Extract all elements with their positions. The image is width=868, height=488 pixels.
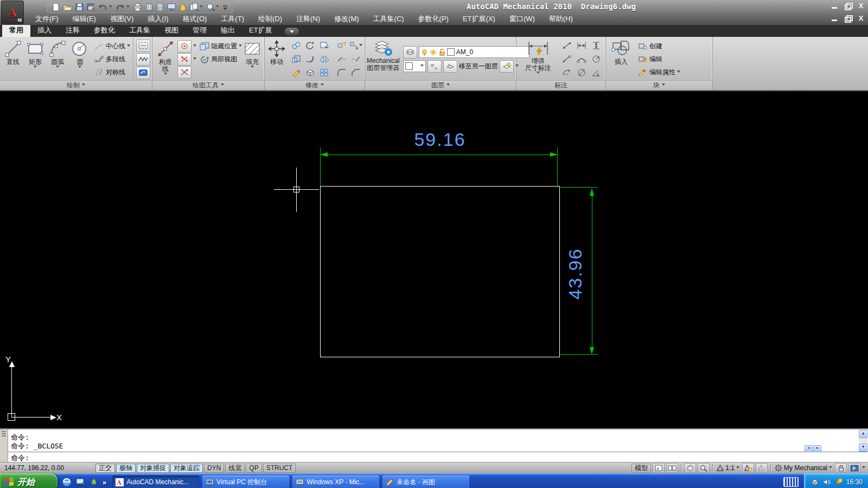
command-scroll-left-button[interactable]: ◄ xyxy=(805,445,813,452)
annotation-visibility-button[interactable] xyxy=(742,463,754,473)
status-more-dropdown-icon[interactable] xyxy=(862,466,865,470)
circle-button[interactable]: 圆 xyxy=(69,38,91,80)
app-menu-button[interactable]: A M xyxy=(1,1,24,24)
modify-extra-dropdown-icon[interactable] xyxy=(359,44,362,48)
pan-button[interactable] xyxy=(684,463,696,473)
command-input-line[interactable]: 命令: xyxy=(11,453,29,463)
match-layer-button[interactable] xyxy=(427,60,442,73)
internet-explorer-icon[interactable] xyxy=(62,477,72,487)
partial-view-button[interactable]: H 局部视图 xyxy=(200,54,242,65)
toolbar-lock-button[interactable] xyxy=(835,463,847,473)
undo-dropdown-icon[interactable] xyxy=(109,5,112,9)
copy-button[interactable] xyxy=(289,39,303,53)
power-dimension-button[interactable]: 增强 尺寸标注 xyxy=(518,38,558,80)
ribbon-tab-annotate[interactable]: 注释 xyxy=(59,24,87,37)
drawn-rectangle[interactable] xyxy=(320,186,560,357)
move-to-other-layer-button[interactable]: 移至另一图层 xyxy=(459,62,498,71)
layer-thaw-icon[interactable] xyxy=(430,49,437,56)
toggle-osnap[interactable]: 对象捕捉 xyxy=(137,464,169,473)
menu-annotate[interactable]: 注释(N) xyxy=(289,13,327,25)
menu-insert[interactable]: 插入(I) xyxy=(141,13,175,25)
modify-extra-1-button[interactable] xyxy=(335,39,349,53)
extend-button[interactable] xyxy=(349,53,363,66)
array-button[interactable] xyxy=(317,66,331,80)
dim-arc-button[interactable] xyxy=(575,53,589,66)
rectangle-button[interactable]: 矩形 xyxy=(24,38,46,80)
chamfer-button[interactable] xyxy=(349,66,363,80)
insert-block-button[interactable]: 插入 xyxy=(608,38,635,80)
taskbar-clock[interactable]: 16:30 xyxy=(846,478,863,486)
rotate-button[interactable] xyxy=(303,39,317,53)
quick-view-drawings-button[interactable] xyxy=(666,463,678,473)
construction-line-button[interactable]: 构造 线 xyxy=(154,38,176,80)
menu-modify[interactable]: 修改(M) xyxy=(327,13,366,25)
hatch-dropdown-icon[interactable] xyxy=(251,66,254,69)
qat-icon-8[interactable] xyxy=(145,3,153,11)
detail-view-button[interactable] xyxy=(136,67,150,79)
save-as-icon[interactable] xyxy=(87,3,95,11)
menu-edit[interactable]: 编辑(E) xyxy=(66,13,103,25)
command-window-grip[interactable] xyxy=(0,429,8,462)
dim-aligned-button[interactable] xyxy=(560,39,574,53)
move-button[interactable]: 移动 xyxy=(266,38,287,80)
circle-dropdown-icon[interactable] xyxy=(78,66,81,69)
close-button[interactable]: X xyxy=(857,3,865,9)
dim-baseline-button[interactable] xyxy=(560,53,574,66)
color-select-combo[interactable] xyxy=(403,60,426,72)
menu-window[interactable]: 窗口(W) xyxy=(502,13,542,25)
dim-linear-button[interactable] xyxy=(575,39,589,53)
zigzag-line-button[interactable] xyxy=(136,53,150,66)
ribbon-tab-et[interactable]: ET扩展 xyxy=(242,24,279,37)
open-file-icon[interactable] xyxy=(63,3,72,11)
section-line-button[interactable] xyxy=(136,40,150,52)
zoom-button[interactable] xyxy=(698,463,710,473)
centerline-dropdown-icon[interactable] xyxy=(127,44,130,48)
redo-dropdown-icon[interactable] xyxy=(126,5,130,9)
trim-button[interactable] xyxy=(335,53,349,66)
workspace-switcher[interactable]: My Mechanical xyxy=(774,464,833,472)
menu-file[interactable]: 文件(F) xyxy=(28,13,66,25)
coordinates-readout[interactable]: 144.77, 196.22, 0.00 xyxy=(0,464,95,472)
layer-on-icon[interactable] xyxy=(421,49,428,56)
taskbar-task-windowsxp[interactable]: Windows XP - Mic... xyxy=(292,476,379,488)
ribbon-tab-home[interactable]: 常用 xyxy=(2,24,30,37)
menu-draw[interactable]: 绘制(D) xyxy=(251,13,289,25)
toggle-qp[interactable]: QP xyxy=(246,464,261,473)
command-window[interactable]: 命令: 命令: _BCLOSE 命令: ◄ ► ▲ ▼ xyxy=(0,428,868,462)
panel-draw-title[interactable]: 绘制 xyxy=(0,80,152,90)
erase-construction-button[interactable] xyxy=(177,66,192,79)
ribbon-collapse-button[interactable] xyxy=(285,28,299,35)
input-method-keyboard-icon[interactable] xyxy=(783,477,799,487)
model-button[interactable]: 模型 xyxy=(631,464,651,473)
command-scroll-right-button[interactable]: ► xyxy=(813,445,821,452)
qat-icon-12[interactable] xyxy=(190,3,203,11)
mechanical-layer-manager-button[interactable]: Mechanical 图层管理器 xyxy=(367,38,400,80)
safely-remove-hardware-icon[interactable] xyxy=(810,478,819,486)
ribbon-tab-output[interactable]: 输出 xyxy=(214,24,242,37)
panel-block-title[interactable]: 块 xyxy=(606,80,712,90)
menu-format[interactable]: 格式(O) xyxy=(176,13,214,25)
dim-jogged-button[interactable] xyxy=(560,66,574,80)
clean-screen-button[interactable] xyxy=(848,463,860,473)
modify-extra-2-button[interactable] xyxy=(349,39,363,53)
qat-zoom-icon[interactable] xyxy=(206,3,219,11)
drawing-close-button[interactable]: X xyxy=(857,15,865,22)
ribbon-tab-insert[interactable]: 插入 xyxy=(30,24,59,37)
toggle-otrack[interactable]: 对象追踪 xyxy=(170,464,203,473)
qat-icon-11[interactable] xyxy=(180,3,187,11)
dim-diameter-button[interactable] xyxy=(575,66,589,80)
vdim-value[interactable]: 43.96 xyxy=(565,230,585,317)
polyline-button[interactable]: 多段线 xyxy=(94,54,130,65)
qat-zoom-dropdown[interactable] xyxy=(216,5,219,9)
line-button[interactable]: 直线 xyxy=(2,38,24,80)
messenger-quicklaunch-icon[interactable] xyxy=(89,477,99,487)
menu-parametric[interactable]: 参数化(P) xyxy=(411,13,456,25)
panel-layers-title[interactable]: 图层 xyxy=(365,80,516,90)
symmetry-line-button[interactable]: 对称线 xyxy=(94,67,130,78)
drawing-minimize-button[interactable] xyxy=(831,15,839,22)
menu-et-extensions[interactable]: ET扩展(X) xyxy=(456,13,502,25)
change-to-current-layer-button[interactable] xyxy=(443,60,457,73)
stretch-button[interactable] xyxy=(317,39,331,53)
ribbon-tab-toolsets[interactable]: 工具集 xyxy=(122,24,157,37)
restore-button[interactable] xyxy=(844,3,852,9)
